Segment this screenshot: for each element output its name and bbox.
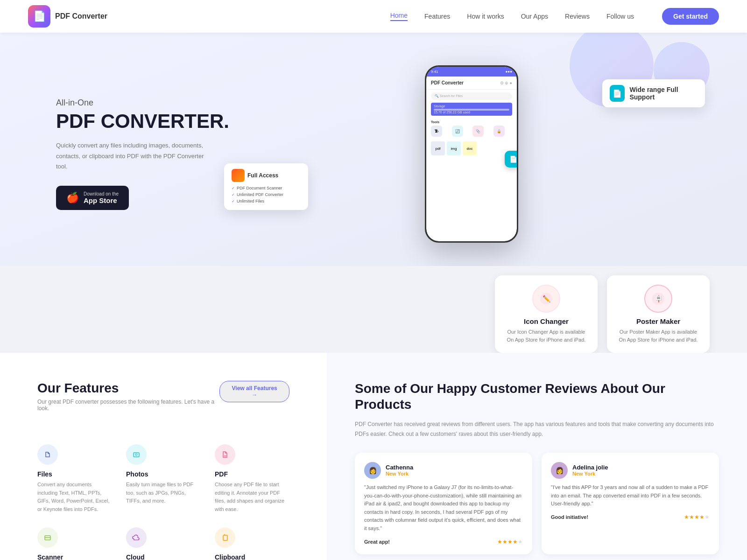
nav-link-how[interactable]: How it works bbox=[467, 13, 504, 20]
reviewer-cathenna-info: Cathenna New York bbox=[386, 464, 413, 476]
phone-file-3: doc bbox=[463, 141, 477, 155]
feature-scanner-icon bbox=[37, 527, 58, 548]
feature-pdf: PDF Choose any PDF file to start editing… bbox=[215, 444, 289, 513]
phone-screen: 9:41●●● PDF Converter ⚙ ⊕ ● 🔍 Search for… bbox=[426, 67, 517, 241]
poster-maker-card: 🪧 Poster Maker Our Poster Maker App is a… bbox=[607, 275, 710, 353]
phone-app-header: PDF Converter ⚙ ⊕ ● bbox=[426, 77, 517, 90]
reviewer-adelina-footer: Good initiative! ★★★★★ bbox=[551, 514, 710, 520]
get-started-button[interactable]: Get started bbox=[662, 8, 719, 25]
nav-link-reviews[interactable]: Reviews bbox=[565, 13, 590, 20]
feature-files-desc: Convert any documents including Text, HT… bbox=[37, 481, 112, 513]
phone-icon-compress: 🗜 bbox=[431, 126, 442, 137]
full-access-icon bbox=[232, 169, 245, 182]
fa-item-1: ✓PDF Document Scanner bbox=[232, 185, 301, 191]
cathenna-label: Great app! bbox=[364, 539, 390, 545]
poster-maker-desc: Our Poster Maker App is available On App… bbox=[616, 328, 700, 343]
view-all-features-button[interactable]: View all Features → bbox=[219, 381, 289, 402]
phone-floating-icon: 📄 bbox=[505, 151, 517, 168]
adelina-stars: ★★★★★ bbox=[684, 514, 710, 520]
feature-photos-desc: Easily turn image files to PDF too, such… bbox=[126, 481, 201, 505]
reviewer-adelina-text: "I've had this APP for 3 years and now a… bbox=[551, 483, 710, 508]
reviewer-cathenna-name: Cathenna bbox=[386, 464, 413, 471]
logo-text: PDF Converter bbox=[55, 12, 107, 21]
feature-clipboard-name: Clipboard bbox=[215, 553, 289, 560]
svg-rect-4 bbox=[42, 449, 53, 460]
reviews-grid: 👩 Cathenna New York "Just switched my iP… bbox=[355, 453, 719, 554]
feature-scanner-name: Scanner bbox=[37, 553, 112, 560]
reviews-intro: PDF Converter has received great reviews… bbox=[355, 420, 719, 439]
reviewer-cathenna-location: New York bbox=[386, 471, 413, 476]
navigation: 📄 PDF Converter Home Features How it wor… bbox=[0, 0, 747, 33]
feature-pdf-icon bbox=[215, 444, 235, 465]
nav-link-apps[interactable]: Our Apps bbox=[521, 13, 548, 20]
svg-text:🪧: 🪧 bbox=[655, 295, 663, 303]
phone-storage-bar: Storage 15.76 of 256.22 GB used bbox=[431, 103, 512, 116]
feature-clipboard: Clipboard Copy any text to the clipboard… bbox=[215, 527, 289, 560]
nav-link-follow[interactable]: Follow us bbox=[606, 13, 634, 20]
feature-cloud-name: Cloud bbox=[126, 553, 201, 560]
features-title: Our Features bbox=[37, 381, 219, 396]
appstore-small: Download on the bbox=[84, 191, 119, 196]
review-card-adelina: 👩 Adelina jolie New York "I've had this … bbox=[542, 453, 719, 554]
features-title-group: Our Features Our great PDF converter pos… bbox=[37, 381, 219, 430]
nav-link-home[interactable]: Home bbox=[390, 12, 408, 21]
poster-maker-name: Poster Maker bbox=[616, 317, 700, 325]
fa-item-2: ✓Unlimited PDF Converter bbox=[232, 191, 301, 198]
full-access-title: Full Access bbox=[232, 169, 301, 182]
phone-app-title: PDF Converter bbox=[431, 80, 464, 85]
phone-status-bar: 9:41●●● bbox=[426, 67, 517, 77]
floating-wide-support: 📄 Wide range Full Support bbox=[602, 79, 705, 107]
feature-files-name: Files bbox=[37, 470, 112, 478]
nav-link-features[interactable]: Features bbox=[424, 13, 450, 20]
feature-cloud-icon bbox=[126, 527, 147, 548]
features-grid: Files Convert any documents including Te… bbox=[37, 444, 289, 560]
svg-rect-15 bbox=[220, 532, 230, 543]
floating-full-access: Full Access ✓PDF Document Scanner ✓Unlim… bbox=[224, 163, 308, 210]
reviewer-cathenna-header: 👩 Cathenna New York bbox=[364, 462, 523, 479]
reviewer-adelina-avatar: 👩 bbox=[551, 462, 568, 479]
icon-changer-icon: ✏️ bbox=[532, 285, 560, 313]
feature-cloud: Cloud Save your PDF files in Cloud stora… bbox=[126, 527, 201, 560]
hero-sub: All-in-One bbox=[56, 98, 233, 108]
adelina-label: Good initiative! bbox=[551, 514, 588, 520]
poster-maker-icon: 🪧 bbox=[644, 285, 672, 313]
reviewer-cathenna-footer: Great app! ★★★★★ bbox=[364, 539, 523, 545]
feature-photos-name: Photos bbox=[126, 470, 201, 478]
phone-icon-grid: 🗜 🔄 📎 🔒 bbox=[431, 126, 512, 137]
feature-clipboard-icon bbox=[215, 527, 235, 548]
icon-changer-card: ✏️ Icon Changer Our Icon Changer App is … bbox=[495, 275, 598, 353]
phone-icon-merge: 📎 bbox=[472, 126, 484, 137]
phone-icon-convert: 🔄 bbox=[452, 126, 463, 137]
feature-scanner: Scanner Scan hard copies of your forms, … bbox=[37, 527, 112, 560]
phone-icon-lock: 🔒 bbox=[493, 126, 505, 137]
phone-mockup: 9:41●●● PDF Converter ⚙ ⊕ ● 🔍 Search for… bbox=[425, 65, 518, 243]
hero-title: PDF CONVERTER. bbox=[56, 111, 233, 132]
feature-pdf-name: PDF bbox=[215, 470, 289, 478]
appstore-big: App Store bbox=[84, 196, 117, 204]
reviewer-adelina-name: Adelina jolie bbox=[572, 464, 608, 471]
feature-files-icon bbox=[37, 444, 58, 465]
hero-desc: Quickly convert any files including imag… bbox=[56, 140, 205, 171]
feature-photos: Photos Easily turn image files to PDF to… bbox=[126, 444, 201, 513]
phone-file-grid: pdf img doc bbox=[431, 141, 512, 155]
reviewer-cathenna-text: "Just switched my iPhone to a Galaxy J7 … bbox=[364, 483, 523, 533]
svg-text:✏️: ✏️ bbox=[543, 295, 551, 303]
svg-rect-5 bbox=[131, 449, 141, 460]
reviewer-adelina-location: New York bbox=[572, 471, 608, 476]
appstore-button[interactable]: 🍎 Download on the App Store bbox=[56, 186, 129, 210]
hero-section: All-in-One PDF CONVERTER. Quickly conver… bbox=[0, 33, 747, 266]
reviewer-cathenna-avatar: 👩 bbox=[364, 462, 381, 479]
icon-changer-desc: Our Icon Changer App is available On App… bbox=[504, 328, 588, 343]
phone-settings-icons: ⚙ ⊕ ● bbox=[500, 81, 512, 85]
icon-changer-name: Icon Changer bbox=[504, 317, 588, 325]
reviewer-adelina-header: 👩 Adelina jolie New York bbox=[551, 462, 710, 479]
main-content: Our Features Our great PDF converter pos… bbox=[0, 353, 747, 560]
features-header: Our Features Our great PDF converter pos… bbox=[37, 381, 289, 430]
phone-file-2: img bbox=[447, 141, 461, 155]
feature-files: Files Convert any documents including Te… bbox=[37, 444, 112, 513]
fa-item-3: ✓Unlimited Files bbox=[232, 198, 301, 204]
nav-links: Home Features How it works Our Apps Revi… bbox=[390, 8, 719, 25]
phone-search-bar: 🔍 Search for Files bbox=[431, 92, 512, 100]
features-subtitle: Our great PDF converter possesses the fo… bbox=[37, 399, 219, 412]
phone-tools: Tools 🗜 🔄 📎 🔒 bbox=[426, 118, 517, 140]
